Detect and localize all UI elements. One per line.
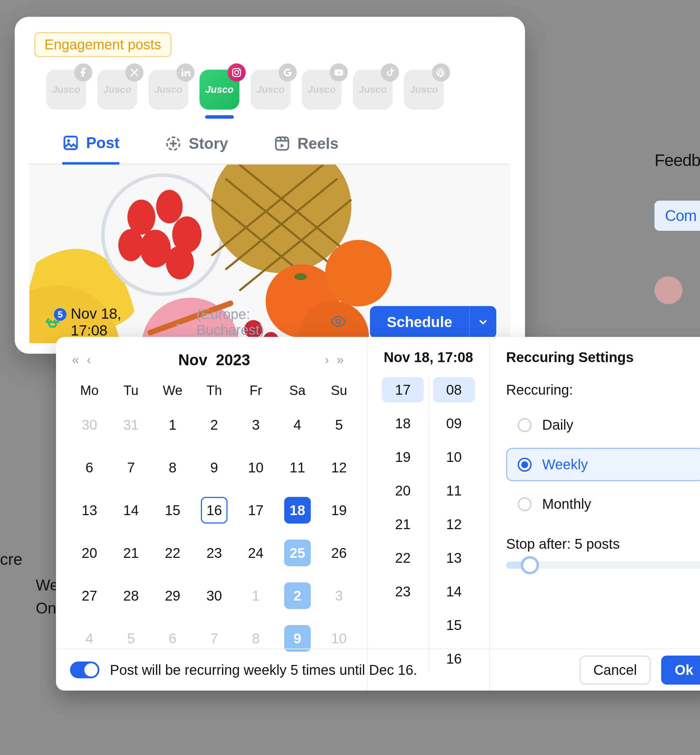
account-x[interactable]: Jusco — [97, 70, 137, 110]
account-linkedin[interactable]: Jusco — [148, 70, 188, 110]
calendar-day[interactable]: 16 — [201, 497, 228, 523]
calendar-day[interactable]: 12 — [326, 454, 352, 481]
calendar-day[interactable]: 1 — [242, 583, 269, 609]
account-pinterest[interactable]: Jusco — [404, 70, 444, 110]
minute-option[interactable]: 13 — [433, 545, 475, 570]
calendar-day[interactable]: 5 — [117, 625, 144, 652]
account-facebook[interactable]: Jusco — [46, 70, 86, 110]
calendar-next-month[interactable]: › — [323, 351, 331, 369]
campaign-tag[interactable]: Engagement posts — [34, 32, 172, 57]
schedule-button[interactable]: Schedule — [370, 306, 469, 338]
minute-option[interactable]: 15 — [433, 612, 475, 638]
calendar-day[interactable]: 7 — [117, 454, 144, 481]
recurring-heading: Reccuring Settings — [506, 349, 700, 365]
calendar-day[interactable]: 27 — [76, 583, 103, 609]
calendar-day[interactable]: 13 — [76, 497, 103, 523]
chevron-down-icon[interactable]: ⌄ — [173, 315, 182, 329]
calendar-day[interactable]: 10 — [242, 454, 269, 481]
calendar-day[interactable]: 1 — [159, 412, 186, 438]
calendar-day[interactable]: 3 — [326, 583, 352, 609]
calendar-day[interactable]: 23 — [201, 540, 228, 566]
tab-story[interactable]: Story — [165, 134, 228, 163]
minute-column[interactable]: 080910111213141516 — [433, 377, 475, 671]
minute-option[interactable]: 09 — [433, 411, 475, 436]
recur-option-daily[interactable]: Daily — [506, 408, 700, 442]
calendar-dow: We — [152, 383, 194, 398]
calendar-day[interactable]: 25 — [284, 540, 311, 566]
stop-after-slider[interactable] — [506, 562, 700, 569]
hour-column[interactable]: 17181920212223 — [382, 377, 424, 671]
calendar-day[interactable]: 2 — [284, 583, 311, 609]
preview-button[interactable] — [330, 313, 347, 331]
calendar-day[interactable]: 29 — [159, 583, 186, 609]
minute-option[interactable]: 14 — [433, 579, 475, 604]
calendar-day[interactable]: 24 — [242, 540, 269, 566]
hour-option[interactable]: 20 — [382, 478, 424, 503]
calendar-day[interactable]: 2 — [201, 412, 228, 438]
calendar-day[interactable]: 4 — [76, 625, 103, 652]
cancel-button[interactable]: Cancel — [580, 656, 651, 685]
calendar-day[interactable]: 28 — [117, 583, 144, 609]
recurring-toggle[interactable] — [70, 661, 99, 678]
minute-option[interactable]: 10 — [433, 444, 475, 470]
calendar-next-year[interactable]: » — [334, 351, 346, 369]
scheduled-datetime[interactable]: Nov 18, 17:08 — [71, 305, 162, 339]
account-google[interactable]: Jusco — [251, 70, 291, 110]
calendar-day[interactable]: 9 — [201, 454, 228, 481]
hour-option[interactable]: 19 — [382, 444, 424, 470]
schedule-menu-button[interactable] — [469, 306, 496, 338]
account-brand: Jusco — [308, 84, 336, 95]
calendar-day[interactable]: 17 — [242, 497, 269, 523]
calendar-day[interactable]: 9 — [284, 625, 311, 652]
calendar-day[interactable]: 20 — [76, 540, 103, 566]
calendar-day[interactable]: 10 — [326, 625, 352, 652]
calendar-prev-year[interactable]: « — [70, 351, 81, 369]
minute-option[interactable]: 08 — [433, 377, 475, 403]
tab-reels[interactable]: Reels — [274, 134, 339, 163]
calendar-day[interactable]: 30 — [201, 583, 228, 609]
calendar-day[interactable]: 7 — [201, 625, 228, 652]
hour-option[interactable]: 22 — [382, 545, 424, 570]
account-brand: Jusco — [103, 84, 131, 95]
recurring-indicator[interactable]: 5 — [44, 313, 62, 331]
calendar-day[interactable]: 19 — [326, 497, 352, 523]
account-instagram[interactable]: Jusco — [200, 70, 239, 110]
calendar-day[interactable]: 31 — [117, 412, 144, 438]
calendar-day[interactable]: 8 — [242, 625, 269, 652]
hour-option[interactable]: 21 — [382, 512, 424, 537]
account-tiktok[interactable]: Jusco — [353, 70, 393, 110]
minute-option[interactable]: 12 — [433, 512, 475, 537]
calendar-cell: 1 — [152, 409, 194, 441]
calendar-day[interactable]: 30 — [76, 412, 103, 438]
calendar-cell: 9 — [194, 451, 235, 484]
calendar-day[interactable]: 15 — [159, 497, 186, 523]
account-youtube[interactable]: Jusco — [302, 70, 342, 110]
ok-button[interactable]: Ok — [661, 656, 700, 685]
calendar-grid: MoTuWeThFrSaSu30311234567891011121314151… — [69, 383, 360, 655]
calendar-cell: 3 — [318, 580, 360, 612]
calendar-day[interactable]: 22 — [159, 540, 186, 566]
calendar-day[interactable]: 21 — [117, 540, 144, 566]
recur-option-weekly[interactable]: Weekly — [506, 448, 700, 481]
slider-thumb[interactable] — [521, 556, 539, 574]
calendar-day[interactable]: 6 — [159, 625, 186, 652]
calendar-day[interactable]: 26 — [326, 540, 352, 566]
calendar-cell: 2 — [277, 580, 318, 612]
recur-option-monthly[interactable]: Monthly — [506, 487, 700, 521]
calendar-day[interactable]: 8 — [159, 454, 186, 481]
tab-post[interactable]: Post — [62, 134, 119, 164]
hour-option[interactable]: 17 — [382, 377, 424, 403]
calendar-day[interactable]: 5 — [326, 412, 352, 438]
calendar-day[interactable]: 3 — [242, 412, 269, 438]
calendar-month-year[interactable]: Nov 2023 — [178, 351, 250, 369]
calendar-day[interactable]: 14 — [117, 497, 144, 523]
calendar-day[interactable]: 4 — [284, 412, 311, 438]
hour-option[interactable]: 18 — [382, 411, 424, 436]
calendar-day[interactable]: 6 — [76, 454, 103, 481]
svg-point-13 — [156, 190, 183, 223]
calendar-prev-month[interactable]: ‹ — [85, 351, 93, 369]
calendar-day[interactable]: 18 — [284, 497, 311, 523]
minute-option[interactable]: 11 — [433, 478, 475, 503]
hour-option[interactable]: 23 — [382, 579, 424, 604]
calendar-day[interactable]: 11 — [284, 454, 311, 481]
